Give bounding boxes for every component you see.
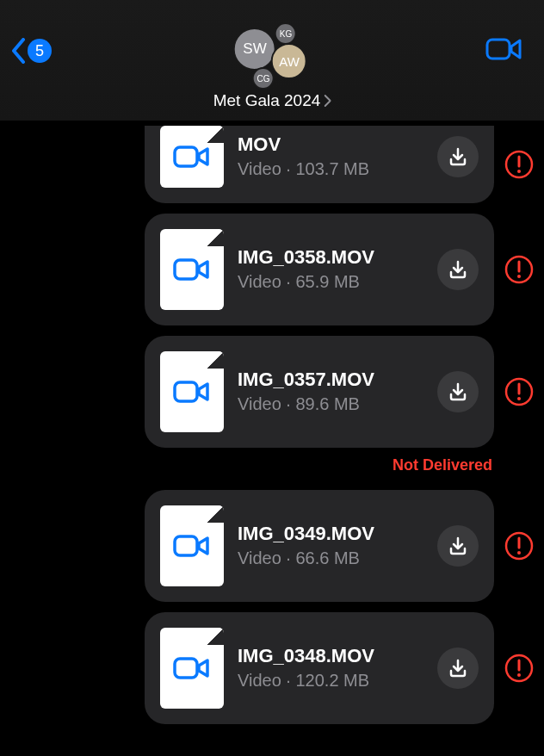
error-icon [504,654,534,683]
group-name: Met Gala 2024 [213,91,321,110]
download-button[interactable] [437,525,479,567]
message-row: IMG_0349.MOV Video · 66.6 MB [0,485,544,607]
file-meta: MOV Video · 103.7 MB [238,133,423,179]
svg-rect-13 [175,536,197,555]
attachment-bubble[interactable]: IMG_0349.MOV Video · 66.6 MB [145,490,494,602]
video-camera-icon [485,36,523,62]
group-info[interactable]: SW KG AW CG Met Gala 2024 [213,17,331,110]
svg-rect-1 [175,147,197,166]
delivery-error-button[interactable] [504,255,534,284]
video-file-icon [173,655,211,681]
file-details: Video · 66.6 MB [238,548,423,569]
delivery-error-button[interactable] [504,531,534,561]
message-row: MOV Video · 103.7 MB [0,121,544,208]
file-details: Video · 103.7 MB [238,158,423,180]
download-button[interactable] [437,371,479,412]
conversation-header: 5 SW KG AW CG Met Gala 2024 [0,0,544,121]
file-details: Video · 89.6 MB [238,393,423,415]
message-row: IMG_0357.MOV Video · 89.6 MB [0,331,544,453]
error-icon [504,150,534,179]
svg-rect-0 [487,40,510,59]
unread-count-badge: 5 [28,39,52,63]
avatar: CG [252,67,275,90]
delivery-error-button[interactable] [504,654,534,683]
download-icon [448,381,468,402]
file-details: Video · 120.2 MB [238,670,423,691]
attachment-bubble[interactable]: IMG_0348.MOV Video · 120.2 MB [145,612,494,724]
facetime-button[interactable] [485,36,523,65]
file-meta: IMG_0357.MOV Video · 89.6 MB [238,369,423,414]
message-row: IMG_0348.MOV Video · 120.2 MB [0,607,544,729]
delivery-error-button[interactable] [504,150,534,179]
file-name: IMG_0349.MOV [238,523,423,545]
file-meta: IMG_0349.MOV Video · 66.6 MB [238,523,423,568]
file-thumbnail [160,126,224,188]
svg-point-12 [517,397,521,400]
avatar: SW [233,28,276,71]
message-row: IMG_0358.MOV Video · 65.9 MB [0,208,544,331]
svg-point-8 [517,275,521,278]
video-file-icon [173,144,211,170]
svg-point-20 [517,673,521,677]
file-thumbnail [160,628,224,709]
download-icon [448,146,468,167]
download-icon [448,658,468,679]
download-button[interactable] [437,648,479,689]
file-thumbnail [160,351,224,432]
error-icon [504,531,534,561]
chevron-left-icon [10,38,26,64]
download-icon [448,259,468,280]
download-button[interactable] [437,249,479,290]
file-name: IMG_0357.MOV [238,369,423,391]
attachment-bubble[interactable]: MOV Video · 103.7 MB [145,126,494,203]
error-icon [504,255,534,284]
file-meta: IMG_0358.MOV Video · 65.9 MB [238,246,423,292]
svg-rect-5 [175,260,197,279]
file-thumbnail [160,505,224,586]
file-name: IMG_0348.MOV [238,645,423,667]
avatar: KG [275,22,297,45]
svg-rect-9 [175,382,197,401]
download-icon [448,536,468,556]
back-button[interactable]: 5 [10,38,52,64]
file-name: IMG_0358.MOV [238,246,423,269]
not-delivered-label: Not Delivered [0,453,544,485]
video-file-icon [173,533,211,559]
messages-list: MOV Video · 103.7 MB IMG_0358.MOV Video … [0,121,544,729]
download-button[interactable] [437,136,479,177]
avatar: AW [271,43,307,79]
svg-point-16 [517,551,521,555]
group-avatars: SW KG AW CG [225,17,319,88]
svg-point-4 [517,170,521,173]
error-icon [504,377,534,406]
attachment-bubble[interactable]: IMG_0357.MOV Video · 89.6 MB [145,336,494,448]
video-file-icon [173,257,211,282]
svg-rect-17 [175,659,197,678]
delivery-error-button[interactable] [504,377,534,406]
file-meta: IMG_0348.MOV Video · 120.2 MB [238,645,423,691]
video-file-icon [173,379,211,405]
attachment-bubble[interactable]: IMG_0358.MOV Video · 65.9 MB [145,214,494,325]
chevron-right-icon [324,95,331,107]
file-thumbnail [160,229,224,310]
file-name: MOV [238,133,423,156]
file-details: Video · 65.9 MB [238,271,423,293]
